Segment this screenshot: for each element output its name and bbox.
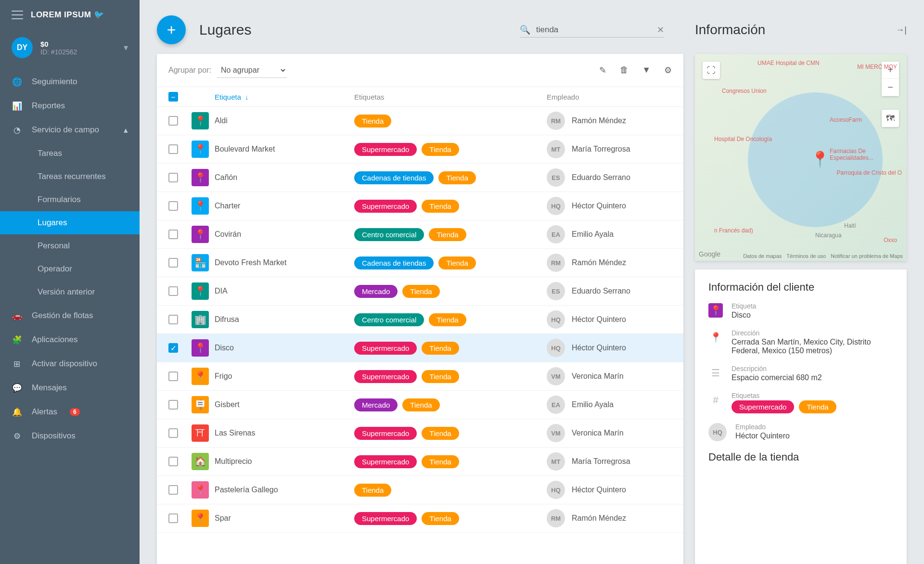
row-checkbox[interactable] [168,230,178,239]
row-checkbox[interactable] [168,400,178,410]
map-zoom-in-button[interactable]: + [882,62,899,79]
sidebar-item-servicio[interactable]: ◔Servicio de campo▴ [0,118,140,142]
places-table: Agrupar por: No agrupar ✎ 🗑 ▼ ⚙ − Etique… [157,54,683,564]
row-checkbox[interactable] [168,457,178,466]
row-checkbox[interactable] [168,258,178,268]
sort-down-icon: ↓ [245,93,249,101]
table-row[interactable]: 📍 Cañón Cadenas de tiendasTienda ESEduar… [157,164,683,192]
sidebar-item-dispositivos[interactable]: ⚙Dispositivos [0,424,140,448]
tag-chip: Mercado [354,398,398,411]
tag-chip: Tienda [429,313,466,326]
table-row[interactable]: 🏠 Multiprecio SupermercadoTienda MTMaría… [157,448,683,476]
clear-search-icon[interactable]: ✕ [657,25,664,35]
sidebar-item-tareas-recurrentes[interactable]: Tareas recurrentes [0,165,140,188]
row-checkbox[interactable] [168,315,178,324]
sidebar-item-formularios[interactable]: Formularios [0,188,140,211]
sidebar-item-lugares[interactable]: Lugares [0,211,140,234]
settings-icon[interactable]: ⚙ [664,65,672,76]
map-layers-button[interactable]: 🗺 [882,110,899,127]
employee-avatar: MT [547,140,565,158]
hamburger-menu-icon[interactable] [12,11,23,19]
table-row[interactable]: 📍 Covirán Centro comercialTienda EAEmili… [157,220,683,249]
field-value-empleado: Héctor Quintero [735,432,893,440]
table-row[interactable]: 📍 DIA MercadoTienda ESEduardo Serrano [157,277,683,306]
table-row[interactable]: 📍 Charter SupermercadoTienda HQHéctor Qu… [157,192,683,220]
sidebar-item-operador[interactable]: Operador [0,257,140,281]
add-place-button[interactable]: + [157,15,186,44]
table-row[interactable]: 🪧 Gisbert MercadoTienda EAEmilio Ayala [157,391,683,419]
employee-name: María Torregrosa [572,457,630,466]
table-row[interactable]: 🏢 Difrusa Centro comercialTienda HQHécto… [157,306,683,334]
map-terms[interactable]: Términos de uso [786,253,826,259]
location-icon: 📍 [708,330,723,345]
sidebar-item-reportes[interactable]: 📊Reportes [0,94,140,118]
place-label: Cañón [215,173,354,182]
place-type-icon: 📍 [192,282,209,300]
place-label: Frigo [215,372,354,381]
row-checkbox[interactable] [168,513,178,523]
table-row[interactable]: 📍 Frigo SupermercadoTienda VMVeronica Ma… [157,362,683,391]
place-label: Pastelería Gallego [215,486,354,494]
table-row[interactable]: 🏪 Devoto Fresh Market Cadenas de tiendas… [157,249,683,277]
column-header-etiqueta[interactable]: Etiqueta↓ [215,93,354,101]
map-attribution[interactable]: Datos de mapas [743,253,782,259]
table-row[interactable]: ✓ 📍 Disco SupermercadoTienda HQHéctor Qu… [157,334,683,362]
row-checkbox[interactable] [168,428,178,438]
group-by-select[interactable]: No agrupar [217,63,287,78]
row-checkbox[interactable] [168,144,178,154]
user-account-row[interactable]: DY $0 ID: #102562 ▾ [0,29,140,66]
edit-icon[interactable]: ✎ [599,65,606,76]
tag-chip: Supermercado [354,143,417,156]
sidebar-item-version[interactable]: Versión anterior [0,281,140,304]
place-label: Aldi [215,116,354,125]
row-checkbox[interactable] [168,173,178,182]
select-all-checkbox[interactable]: − [168,92,178,102]
employee-avatar: MT [547,452,565,471]
chevron-down-icon[interactable]: ▾ [124,42,128,53]
map[interactable]: 📍 ⛶ + − 🗺 UMAE Hospital de CMN MI MERC M… [695,54,907,261]
bell-icon: 🔔 [12,407,22,417]
search-field[interactable]: 🔍 ✕ [520,23,664,38]
row-checkbox[interactable] [168,116,178,126]
column-header-etiquetas[interactable]: Etiquetas [354,93,547,101]
sidebar-item-aplicaciones[interactable]: 🧩Aplicaciones [0,328,140,352]
tag-chip: Tienda [438,256,475,269]
sidebar-item-personal[interactable]: Personal [0,234,140,257]
sidebar-item-seguimiento[interactable]: 🌐Seguimiento [0,70,140,94]
row-checkbox[interactable]: ✓ [168,343,178,353]
employee-avatar: RM [547,509,565,527]
table-row[interactable]: ⛩ Las Sirenas SupermercadoTienda VMVeron… [157,419,683,448]
sidebar-item-flotas[interactable]: 🚗Gestión de flotas [0,304,140,328]
place-type-icon: 📍 [192,141,209,158]
map-zoom-out-button[interactable]: − [882,79,899,96]
employee-name: Héctor Quintero [572,344,626,352]
column-header-empleado[interactable]: Empleado [547,93,672,101]
row-checkbox[interactable] [168,485,178,495]
sidebar-item-mensajes[interactable]: 💬Mensajes [0,376,140,400]
group-by-label: Agrupar por: [168,66,211,75]
table-row[interactable]: 📍 Aldi Tienda RMRamón Méndez [157,107,683,135]
map-report[interactable]: Notificar un problema de Maps [831,253,903,259]
map-fullscreen-button[interactable]: ⛶ [703,62,720,79]
filter-icon[interactable]: ▼ [642,65,651,76]
row-checkbox[interactable] [168,286,178,296]
place-type-icon: 📍 [192,112,209,129]
row-checkbox[interactable] [168,372,178,381]
tag-chip: Tienda [422,143,459,156]
row-checkbox[interactable] [168,201,178,211]
table-row[interactable]: 📍 Pastelería Gallego Tienda HQHéctor Qui… [157,476,683,504]
collapse-panel-icon[interactable]: →| [896,25,907,35]
table-row[interactable]: 📍 Boulevard Market SupermercadoTienda MT… [157,135,683,164]
hash-icon: # [708,393,723,407]
sidebar-item-tareas[interactable]: Tareas [0,142,140,165]
employee-name: Héctor Quintero [572,486,626,494]
delete-icon[interactable]: 🗑 [620,65,629,76]
sidebar-item-alertas[interactable]: 🔔Alertas6 [0,400,140,424]
employee-avatar: HQ [547,310,565,329]
search-input[interactable] [536,25,651,35]
tag-chip: Tienda [429,228,466,241]
table-row[interactable]: 📍 Spar SupermercadoTienda RMRamón Méndez [157,504,683,533]
place-type-icon: 📍 [192,481,209,499]
field-label-etiqueta: Etiqueta [732,302,893,310]
sidebar-item-activar[interactable]: ⊞Activar dispositivo [0,352,140,376]
